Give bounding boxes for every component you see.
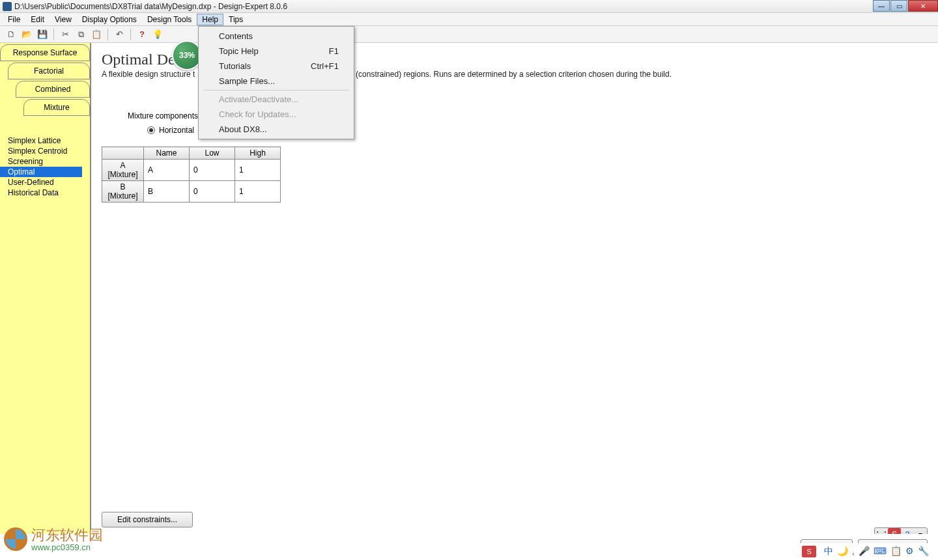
table-row: A [Mixture]A01 (102, 160, 281, 181)
row-header: A [Mixture] (102, 160, 144, 181)
cut-icon[interactable]: ✂ (59, 29, 71, 40)
cell-low[interactable]: 0 (190, 160, 235, 181)
design-type-historical-data[interactable]: Historical Data (8, 188, 90, 198)
table-header (102, 147, 144, 160)
menubar: FileEditViewDisplay OptionsDesign ToolsH… (0, 13, 938, 26)
sidebar-tab-response-surface[interactable]: Response Surface (0, 44, 90, 61)
help-menu-sample-files-[interactable]: Sample Files... (201, 74, 352, 89)
help-menu-dropdown: ContentsTopic HelpF1TutorialsCtrl+F1Samp… (198, 26, 354, 139)
separator (107, 29, 108, 40)
open-icon[interactable]: 📂 (21, 29, 33, 40)
tips-icon[interactable]: 💡 (152, 29, 163, 40)
ime-indicator[interactable]: S (802, 546, 816, 557)
edit-constraints-button[interactable]: Edit constraints... (102, 512, 193, 527)
help-menu-about-dx-[interactable]: About DX8... (201, 122, 352, 137)
ime-item[interactable]: 🎤 (859, 546, 870, 556)
components-table: NameLowHighA [Mixture]A01B [Mixture]B01 (102, 147, 281, 203)
separator (130, 29, 131, 40)
menu-separator (203, 90, 349, 91)
horizontal-radio[interactable] (147, 126, 155, 134)
cell-name[interactable]: A (144, 160, 190, 181)
ime-item[interactable]: 🌙 (837, 546, 848, 556)
help-menu-topic-help[interactable]: Topic HelpF1 (201, 44, 352, 59)
s-icon[interactable]: S (888, 528, 901, 534)
close-button[interactable]: ✕ (908, 0, 938, 12)
ime-item[interactable]: 🔧 (918, 546, 929, 556)
help-menu-activate-deactivate-: Activate/Deactivate... (201, 92, 352, 107)
menu-file[interactable]: File (3, 14, 25, 25)
sidebar-tab-mixture[interactable]: Mixture (23, 99, 90, 116)
chevron-down-icon[interactable]: ▾ (914, 528, 927, 534)
ime-item[interactable]: , (852, 546, 855, 556)
components-label: Mixture components (128, 111, 198, 120)
maximize-button[interactable]: ▭ (890, 0, 907, 12)
window-title: D:\Users\Public\Documents\DX8Trial data\… (14, 2, 287, 11)
titlebar: D:\Users\Public\Documents\DX8Trial data\… (0, 0, 938, 13)
menu-view[interactable]: View (50, 14, 77, 25)
toolbar: 🗋 📂 💾 ✂ ⧉ 📋 ↶ ? 💡 (0, 26, 938, 43)
minimize-button[interactable]: — (873, 0, 890, 12)
design-type-simplex-lattice[interactable]: Simplex Lattice (8, 135, 90, 146)
help-icon[interactable]: ? (136, 29, 148, 40)
design-type-list: Simplex LatticeSimplex CentroidScreening… (0, 135, 90, 198)
new-icon[interactable]: 🗋 (5, 29, 17, 40)
help-menu-contents[interactable]: Contents (201, 29, 352, 44)
design-type-simplex-centroid[interactable]: Simplex Centroid (8, 146, 90, 156)
cell-high[interactable]: 1 (235, 181, 281, 203)
cell-low[interactable]: 0 (190, 181, 235, 203)
design-type-user-defined[interactable]: User-Defined (8, 177, 90, 188)
sidebar-tab-factorial[interactable]: Factorial (8, 63, 90, 79)
content-area: Response SurfaceFactorialCombinedMixture… (0, 43, 938, 534)
ime-item[interactable]: ⌨ (874, 546, 887, 556)
table-header: High (235, 147, 281, 160)
ime-bar: S 中🌙,🎤⌨📋⚙🔧 (797, 543, 938, 560)
sidebar: Response SurfaceFactorialCombinedMixture… (0, 43, 91, 534)
menu-design-tools[interactable]: Design Tools (142, 14, 197, 25)
table-header: Low (190, 147, 235, 160)
row-header: B [Mixture] (102, 181, 144, 203)
grip-icon[interactable]: ⋮⋮ (875, 528, 888, 534)
design-type-optimal[interactable]: Optimal (0, 167, 82, 177)
save-icon[interactable]: 💾 (36, 29, 48, 40)
menu-tips[interactable]: Tips (223, 14, 248, 25)
window-controls: — ▭ ✕ (872, 0, 938, 12)
table-header: Name (144, 147, 190, 160)
ime-item[interactable]: 📋 (890, 546, 902, 556)
ime-item[interactable]: 中 (824, 546, 833, 556)
table-row: B [Mixture]B01 (102, 181, 281, 203)
undo-icon[interactable]: ↶ (113, 29, 125, 40)
menu-display-options[interactable]: Display Options (77, 14, 142, 25)
horizontal-label: Horizontal (159, 126, 194, 135)
design-type-screening[interactable]: Screening (8, 156, 90, 167)
ime-item[interactable]: ⚙ (905, 546, 914, 556)
help-menu-tutorials[interactable]: TutorialsCtrl+F1 (201, 59, 352, 74)
help-mini-icon[interactable]: ? (901, 528, 914, 534)
cell-name[interactable]: B (144, 181, 190, 203)
help-menu-check-for-updates-: Check for Updates... (201, 107, 352, 122)
menu-edit[interactable]: Edit (25, 14, 50, 25)
copy-icon[interactable]: ⧉ (75, 29, 87, 40)
app-icon (3, 2, 12, 11)
cell-high[interactable]: 1 (235, 160, 281, 181)
paste-icon[interactable]: 📋 (91, 29, 102, 40)
menu-help[interactable]: Help (197, 14, 223, 25)
sidebar-tab-combined[interactable]: Combined (16, 81, 90, 98)
mini-toolbar: ⋮⋮ S ? ▾ (874, 527, 928, 534)
separator (53, 29, 54, 40)
